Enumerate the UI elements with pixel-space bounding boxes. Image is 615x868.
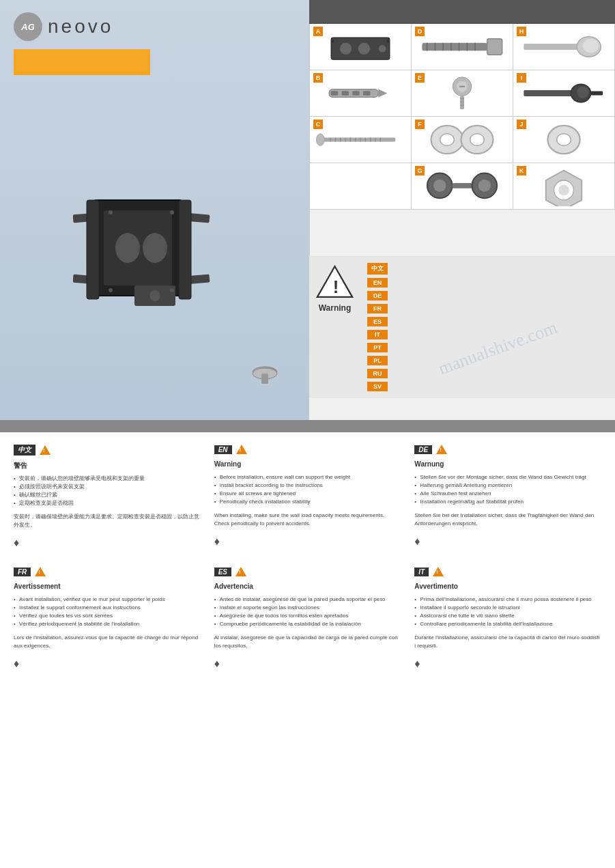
bullet-en-3: Ensure all screws are tightened — [214, 490, 401, 498]
lang-btn-sv[interactable]: SV — [367, 382, 388, 391]
bullet-es-2: Instale el soporte según las instruccion… — [214, 604, 401, 612]
part-image-k — [519, 166, 609, 206]
bullet-list-en: Before installation, ensure wall can sup… — [214, 473, 401, 506]
logo-initials: AG — [21, 22, 35, 32]
svg-point-12 — [109, 210, 113, 214]
lang-tag-en: EN — [214, 445, 232, 454]
language-buttons[interactable]: 中文 EN DE FR ES IT PT PL RU SV — [367, 263, 388, 391]
lang-btn-pl[interactable]: PL — [367, 356, 388, 365]
lang-header-zh: 中文 — [14, 445, 201, 456]
note-icon-de: ♦ — [414, 535, 420, 548]
svg-point-71 — [470, 134, 485, 146]
part-image-b — [315, 73, 405, 113]
part-label-k: K — [517, 166, 526, 176]
lang-btn-ru[interactable]: RU — [367, 369, 388, 378]
svg-rect-41 — [352, 91, 359, 96]
part-label-e: E — [415, 73, 425, 83]
svg-point-78 — [478, 180, 491, 192]
bullet-de-3: Alle Schrauben fest anziehen — [414, 490, 601, 498]
svg-point-75 — [433, 180, 446, 192]
warning-area: ! Warning — [316, 263, 354, 313]
body-text-it: Durante l'installazione, assicurarsi che… — [414, 634, 601, 650]
lang-btn-es[interactable]: ES — [367, 317, 388, 326]
svg-point-73 — [557, 134, 571, 146]
warning-icon-de — [436, 445, 447, 454]
right-panel: A D — [309, 0, 615, 420]
left-panel: AG neovo — [0, 0, 309, 420]
note-icon-it: ♦ — [414, 658, 420, 670]
bullet-fr-1: Avant installation, vérifiez que le mur … — [14, 596, 201, 604]
bullet-zh-1: 安装前，请确认您的墙壁能够承受电视和支架的重量 — [14, 475, 201, 483]
lang-header-en: EN — [214, 445, 401, 454]
svg-rect-54 — [591, 92, 603, 96]
lang-btn-en[interactable]: EN — [367, 278, 388, 288]
lang-tag-fr: FR — [14, 568, 31, 576]
svg-rect-76 — [453, 183, 472, 188]
warning-triangle-icon: ! — [316, 263, 354, 300]
bullet-en-4: Periodically check installation stabilit… — [214, 498, 401, 506]
part-cell-i: I — [513, 70, 615, 117]
part-label-h: H — [517, 27, 526, 36]
bullet-list-es: Antes de instalar, asegúrese de que la p… — [214, 596, 401, 628]
note-icon-es: ♦ — [214, 658, 220, 670]
section-divider — [0, 420, 615, 432]
lang-tag-es: ES — [214, 568, 231, 576]
part-cell-f: F — [412, 117, 513, 163]
part-label-d: D — [415, 27, 425, 36]
warning-icon-fr — [35, 567, 46, 576]
part-image-d — [417, 27, 507, 67]
note-icon-fr: ♦ — [14, 658, 19, 670]
svg-rect-40 — [341, 91, 348, 96]
svg-point-22 — [358, 43, 370, 55]
bullet-fr-2: Installez le support conformément aux in… — [14, 604, 201, 612]
bullet-zh-4: 定期检查支架是否稳固 — [14, 499, 201, 507]
svg-point-21 — [340, 43, 352, 55]
svg-rect-19 — [261, 374, 268, 384]
lang-btn-fr[interactable]: FR — [367, 304, 388, 313]
svg-rect-51 — [524, 90, 573, 96]
part-cell-b: B — [310, 70, 412, 117]
warning-icon-it — [433, 567, 444, 576]
svg-point-23 — [379, 45, 386, 53]
lang-header-fr: FR — [14, 567, 201, 576]
lang-header-de: DE — [414, 445, 601, 454]
part-image-c — [315, 120, 405, 160]
bullet-de-4: Installation regelmäßig auf Stabilität p… — [414, 498, 601, 506]
part-label-f: F — [415, 120, 425, 129]
part-cell-h: H — [513, 24, 615, 70]
svg-point-69 — [440, 134, 455, 146]
bullet-it-3: Assicurarsi che tutte le viti siano stre… — [414, 612, 601, 620]
bullet-es-3: Asegúrese de que todos los tornillos est… — [214, 612, 401, 620]
lang-section-it: IT Avvertimento Prima dell'installazione… — [411, 561, 605, 675]
logo-area: AG neovo — [14, 12, 113, 41]
accessory-image — [248, 359, 282, 393]
part-cell-c: C — [310, 117, 412, 163]
part-cell-j: J — [513, 117, 615, 163]
part-cell-g: G — [412, 163, 513, 210]
language-selection-panel: ! Warning 中文 EN DE FR ES IT PT PL RU SV … — [309, 256, 615, 398]
part-image-i — [519, 73, 609, 113]
lang-btn-pt[interactable]: PT — [367, 343, 388, 352]
svg-point-2 — [115, 233, 140, 263]
part-label-g: G — [415, 166, 425, 176]
lang-header-it: IT — [414, 567, 601, 576]
part-image-e — [417, 73, 507, 113]
part-cell-e: E — [412, 70, 513, 117]
bullet-fr-3: Vérifiez que toutes les vis sont serrées — [14, 612, 201, 620]
lang-btn-zh[interactable]: 中文 — [367, 263, 388, 275]
lang-title-es: Advertencia — [214, 582, 401, 591]
svg-point-11 — [149, 290, 160, 301]
lang-title-zh: 警告 — [14, 461, 201, 471]
brand-logo: AG — [14, 12, 42, 41]
bullet-it-1: Prima dell'installazione, assicurarsi ch… — [414, 596, 601, 604]
svg-rect-9 — [87, 200, 99, 299]
brand-name: neovo — [48, 16, 113, 38]
svg-rect-42 — [363, 91, 370, 96]
part-image-g — [417, 166, 507, 206]
body-text-de: Stellen Sie bei der Installation sicher,… — [414, 512, 601, 528]
lang-btn-it[interactable]: IT — [367, 330, 388, 339]
svg-rect-39 — [331, 91, 338, 96]
lang-btn-de[interactable]: DE — [367, 291, 388, 300]
part-image-j — [519, 120, 609, 160]
watermark: manualshive.com — [436, 318, 560, 380]
